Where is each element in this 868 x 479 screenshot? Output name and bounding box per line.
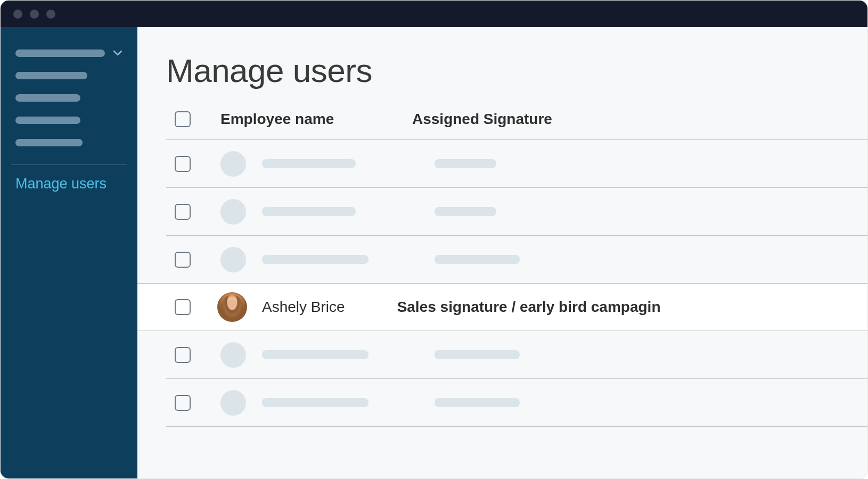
employee-name-placeholder [262,255,403,264]
chevron-down-icon [113,51,122,56]
avatar [217,292,247,322]
window-close-icon[interactable] [13,10,22,19]
window-maximize-icon[interactable] [46,10,55,19]
assigned-signature: Sales signature / early bird campagin [397,299,661,316]
table-header-row: Employee name Assigned Signature [166,111,867,140]
row-checkbox[interactable] [175,156,191,172]
avatar-placeholder [220,342,246,368]
row-checkbox[interactable] [175,299,191,315]
sidebar-item-label-placeholder [15,72,87,79]
employee-name: Ashely Brice [262,299,345,316]
employee-name-placeholder [262,159,403,168]
main-content: Manage users Employee name Assigned Sign… [137,27,867,478]
table-row[interactable] [166,379,867,427]
row-checkbox[interactable] [175,252,191,268]
sidebar-item-label-placeholder [15,49,105,57]
employee-name-placeholder [262,207,403,216]
app-body: Manage users Manage users Employee name … [1,27,867,478]
table-row[interactable] [166,188,867,236]
signature-placeholder [435,159,496,168]
sidebar-item-placeholder[interactable] [15,117,122,124]
employee-name-placeholder [262,398,403,407]
avatar-placeholder [220,151,246,177]
sidebar-section [1,49,137,161]
sidebar-item-placeholder[interactable] [15,139,122,146]
column-header-signature: Assigned Signature [412,111,867,128]
table-row-highlighted[interactable]: Ashely Brice Sales signature / early bir… [137,283,867,331]
avatar-placeholder [220,390,246,416]
page-title: Manage users [166,52,867,89]
sidebar-item-label-placeholder [15,94,80,102]
avatar-placeholder [220,199,246,225]
sidebar-item-label-placeholder [15,139,83,146]
sidebar: Manage users [1,27,137,478]
signature-placeholder [435,398,520,407]
window-minimize-icon[interactable] [30,10,39,19]
row-checkbox[interactable] [175,347,191,363]
table-row[interactable] [166,331,867,379]
sidebar-item-placeholder[interactable] [15,49,122,57]
signature-placeholder [435,207,496,216]
signature-placeholder [435,255,520,264]
users-table: Employee name Assigned Signature [166,111,867,427]
row-checkbox[interactable] [175,395,191,411]
window-titlebar [1,1,867,27]
signature-placeholder [435,350,520,359]
sidebar-item-manage-users[interactable]: Manage users [1,165,137,202]
column-header-name: Employee name [220,111,412,128]
sidebar-divider [11,202,127,202]
app-window: Manage users Manage users Employee name … [0,0,868,479]
sidebar-item-placeholder[interactable] [15,72,122,79]
avatar-placeholder [220,247,246,272]
employee-name-placeholder [262,350,403,359]
row-checkbox[interactable] [175,204,191,220]
sidebar-item-label-placeholder [15,117,80,124]
table-row[interactable] [166,140,867,188]
select-all-checkbox[interactable] [175,111,191,127]
sidebar-item-placeholder[interactable] [15,94,122,102]
table-row[interactable] [166,236,867,284]
